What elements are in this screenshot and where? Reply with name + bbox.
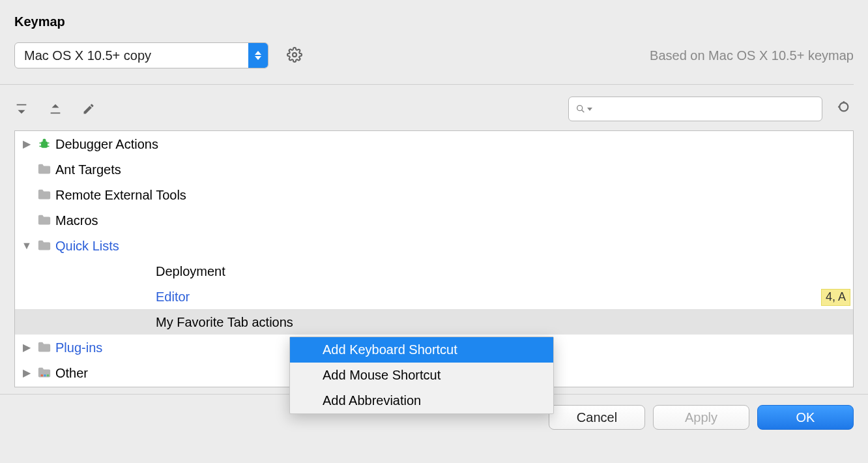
disclosure-icon	[19, 188, 35, 201]
svg-point-0	[293, 53, 297, 57]
collapse-all-icon[interactable]	[48, 102, 63, 116]
tree-row[interactable]: Editor4, A	[15, 284, 853, 309]
keymap-select[interactable]: Mac OS X 10.5+ copy	[14, 42, 268, 68]
shortcut-badge: 4, A	[821, 289, 850, 306]
disclosure-icon[interactable]	[19, 138, 35, 150]
context-menu-item[interactable]: Add Mouse Shortcut	[290, 363, 553, 388]
search-input[interactable]	[596, 103, 815, 115]
page-title: Keymap	[0, 0, 868, 29]
apply-button[interactable]: Apply	[653, 405, 749, 430]
context-menu-item[interactable]: Add Abbreviation	[290, 388, 553, 413]
tree-row[interactable]: Debugger Actions	[15, 131, 853, 157]
disclosure-icon	[89, 290, 105, 303]
find-action-by-shortcut-icon[interactable]	[837, 100, 854, 119]
tree-item-label: Ant Targets	[55, 162, 121, 177]
tree-item-label: Remote External Tools	[55, 187, 186, 203]
disclosure-icon[interactable]	[19, 341, 35, 353]
svg-point-11	[44, 374, 46, 377]
tree-item-label: Deployment	[156, 263, 225, 279]
tree-item-label: Editor	[156, 289, 190, 305]
tree-row[interactable]: Macros	[15, 207, 853, 233]
tree-row[interactable]: Ant Targets	[15, 157, 853, 182]
svg-point-3	[839, 102, 848, 111]
folder-ant-icon	[37, 164, 51, 175]
context-menu: Add Keyboard ShortcutAdd Mouse ShortcutA…	[289, 336, 554, 414]
search-icon	[575, 104, 592, 114]
tree-item-label: Macros	[55, 213, 98, 228]
tree-item-label: My Favorite Tab actions	[156, 314, 293, 330]
folder-icon	[37, 215, 51, 226]
disclosure-icon	[19, 214, 35, 226]
expand-all-icon[interactable]	[14, 102, 29, 116]
disclosure-icon[interactable]	[19, 366, 35, 379]
gear-icon[interactable]	[287, 47, 302, 65]
svg-point-12	[47, 374, 50, 377]
based-on-label: Based on Mac OS X 10.5+ keymap	[650, 48, 854, 63]
tree-item-label: Debugger Actions	[55, 136, 158, 152]
disclosure-icon[interactable]	[19, 239, 35, 252]
cancel-button[interactable]: Cancel	[549, 405, 645, 430]
folder-icon	[37, 240, 51, 252]
svg-point-9	[43, 138, 46, 142]
keymap-select-value: Mac OS X 10.5+ copy	[15, 48, 248, 63]
disclosure-icon	[19, 163, 35, 175]
tree-row[interactable]: Deployment	[15, 258, 853, 284]
chevron-updown-icon	[248, 43, 268, 68]
tree-row[interactable]: Quick Lists	[15, 233, 853, 258]
svg-rect-4	[41, 141, 48, 147]
edit-icon[interactable]	[82, 102, 95, 115]
tree-item-label: Other	[55, 365, 88, 381]
folder-remote-icon	[37, 189, 51, 201]
svg-line-2	[582, 110, 585, 113]
disclosure-icon	[89, 265, 105, 277]
svg-point-1	[577, 106, 583, 111]
toolbar-row	[0, 85, 868, 130]
bug-icon	[37, 138, 51, 150]
tree-row[interactable]: My Favorite Tab actions	[15, 309, 853, 335]
svg-point-10	[41, 374, 44, 377]
folder-color-icon	[37, 367, 51, 379]
disclosure-icon	[89, 316, 105, 328]
search-field[interactable]	[568, 97, 822, 121]
tree-row[interactable]: Remote External Tools	[15, 182, 853, 207]
tree-item-label: Plug-ins	[55, 340, 102, 355]
context-menu-item[interactable]: Add Keyboard Shortcut	[290, 337, 553, 363]
tree-item-label: Quick Lists	[55, 238, 119, 254]
ok-button[interactable]: OK	[757, 405, 854, 430]
folder-icon	[37, 342, 51, 353]
top-row: Mac OS X 10.5+ copy Based on Mac OS X 10…	[0, 29, 868, 82]
